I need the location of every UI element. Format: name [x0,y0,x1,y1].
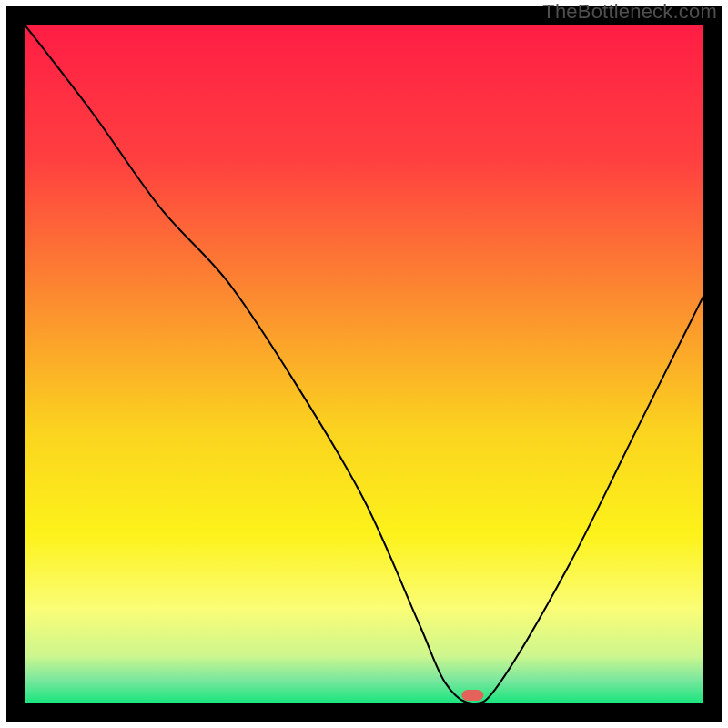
chart-frame [6,6,722,722]
chart-background [25,25,703,703]
watermark-text: TheBottleneck.com [542,0,717,24]
optimal-marker [461,690,483,701]
plot-area [25,25,703,703]
chart-svg [25,25,703,703]
